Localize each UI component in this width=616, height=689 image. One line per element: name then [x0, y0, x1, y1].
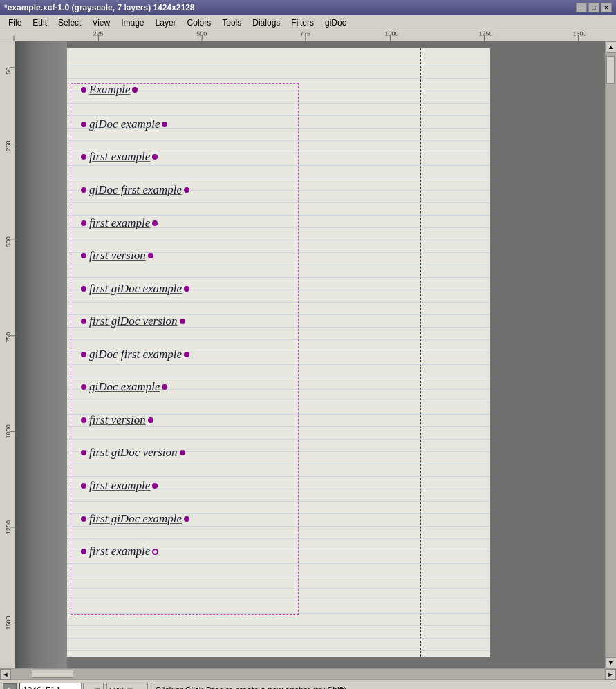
- ruler-left: [0, 41, 15, 668]
- page-line: [67, 202, 490, 203]
- handwritten-item: first version: [81, 413, 153, 427]
- handwritten-item: first giDoc version: [81, 446, 185, 460]
- anchor-dot-left: [81, 352, 86, 357]
- handwritten-text: first example: [89, 216, 150, 230]
- title-bar: *example.xcf-1.0 (grayscale, 7 layers) 1…: [0, 0, 616, 15]
- page-line: [67, 538, 490, 539]
- menu-item-image[interactable]: Image: [115, 17, 149, 29]
- canvas-background: ExamplegiDoc examplefirst examplegiDoc f…: [15, 41, 605, 668]
- page-line: [67, 625, 490, 626]
- menu-item-edit[interactable]: Edit: [27, 17, 53, 29]
- page-line: [67, 501, 490, 502]
- anchor-dot-right: [180, 450, 185, 455]
- page-line: [67, 240, 490, 240]
- scroll-thumb-horizontal[interactable]: [32, 670, 73, 678]
- anchor-dot-right: [184, 516, 189, 522]
- menu-item-select[interactable]: Select: [53, 17, 86, 29]
- anchor-dot-right: [152, 549, 158, 555]
- scroll-track-horizontal[interactable]: [11, 669, 605, 679]
- page-line: [67, 66, 490, 66]
- handwritten-text: first example: [89, 150, 150, 164]
- menu-item-layer[interactable]: Layer: [150, 17, 182, 29]
- scroll-track-vertical[interactable]: [606, 53, 616, 657]
- handwritten-text: giDoc first example: [89, 348, 182, 361]
- status-message: Click or Click-Drag to create a new anch…: [151, 683, 613, 690]
- handwritten-text: first giDoc example: [89, 512, 182, 526]
- anchor-dot-left: [81, 417, 86, 423]
- handwritten-item: first example: [81, 545, 158, 558]
- document-page: ExamplegiDoc examplefirst examplegiDoc f…: [67, 48, 490, 657]
- page-line: [67, 277, 490, 278]
- handwritten-item: first example: [81, 479, 158, 493]
- anchor-dot-right: [180, 319, 185, 324]
- scroll-left-button[interactable]: ◄: [0, 669, 11, 680]
- anchor-dot-right: [184, 286, 189, 292]
- torn-edge: [15, 41, 67, 668]
- anchor-dot-left: [81, 549, 86, 554]
- zoom-selector[interactable]: 50% ▼: [106, 683, 148, 690]
- handwritten-text: first version: [89, 413, 146, 427]
- unit-arrow: ▼: [94, 686, 102, 690]
- page-line: [67, 302, 490, 303]
- page-line: [67, 638, 490, 639]
- handwritten-text: first example: [89, 479, 150, 493]
- handwritten-item: Example: [81, 83, 138, 97]
- anchor-dot-right: [162, 384, 167, 390]
- handwritten-text: first giDoc example: [89, 282, 182, 296]
- page-line: [67, 563, 490, 564]
- anchor-dot-right: [132, 87, 138, 93]
- anchor-dot-left: [81, 516, 86, 522]
- page-line: [67, 265, 490, 265]
- scroll-up-button[interactable]: ▲: [606, 41, 617, 53]
- handwritten-item: giDoc first example: [81, 183, 189, 197]
- minimize-button[interactable]: _: [576, 3, 587, 12]
- page-line: [67, 650, 490, 651]
- anchor-dot-right: [184, 187, 189, 193]
- page-line: [67, 115, 490, 116]
- scroll-thumb-vertical[interactable]: [606, 56, 615, 84]
- main-area: ExamplegiDoc examplefirst examplegiDoc f…: [0, 41, 616, 668]
- close-button[interactable]: ×: [601, 3, 612, 12]
- handwritten-item: giDoc example: [81, 380, 167, 394]
- scroll-down-button[interactable]: ▼: [606, 657, 617, 668]
- page-line: [67, 613, 490, 614]
- page-line: [67, 663, 490, 663]
- scroll-right-button[interactable]: ►: [605, 669, 616, 680]
- page-line: [67, 588, 490, 589]
- anchor-dot-right: [184, 352, 189, 357]
- handwritten-text: first giDoc version: [89, 446, 178, 460]
- unit-selector[interactable]: px ▼: [83, 683, 104, 690]
- canvas-area[interactable]: ExamplegiDoc examplefirst examplegiDoc f…: [15, 41, 605, 668]
- anchor-dot-right: [152, 483, 158, 489]
- page-line: [67, 178, 490, 178]
- anchor-dot-left: [81, 187, 86, 193]
- menu-item-view[interactable]: View: [86, 17, 115, 29]
- menu-item-colors[interactable]: Colors: [182, 17, 217, 29]
- handwritten-item: giDoc first example: [81, 348, 189, 361]
- handwritten-text: first giDoc version: [89, 314, 178, 328]
- page-line: [67, 78, 490, 79]
- scrollbar-bottom[interactable]: ◄ ►: [0, 668, 616, 679]
- menu-item-dialogs[interactable]: Dialogs: [247, 17, 286, 29]
- handwritten-item: first giDoc example: [81, 282, 189, 296]
- anchor-dot-left: [81, 384, 86, 390]
- anchor-dot-left: [81, 483, 86, 489]
- zoom-arrow: ▼: [127, 686, 134, 690]
- handwritten-item: first version: [81, 249, 153, 263]
- anchor-dot-left: [81, 253, 86, 258]
- handwritten-item: first giDoc version: [81, 314, 185, 328]
- anchor-dot-left: [81, 319, 86, 324]
- handwritten-item: giDoc example: [81, 117, 167, 131]
- page-line: [67, 601, 490, 601]
- page-line: [67, 140, 490, 141]
- menu-item-filters[interactable]: Filters: [286, 17, 319, 29]
- menu-item-gidoc[interactable]: giDoc: [319, 17, 352, 29]
- menu-item-file[interactable]: File: [3, 17, 27, 29]
- menu-item-tools[interactable]: Tools: [216, 17, 247, 29]
- scrollbar-right[interactable]: ▲ ▼: [605, 41, 616, 668]
- maximize-button[interactable]: □: [588, 3, 599, 12]
- anchor-dot-left: [81, 450, 86, 455]
- anchor-dot-right: [162, 122, 167, 127]
- page-line: [67, 476, 490, 477]
- handwritten-text: Example: [89, 83, 130, 97]
